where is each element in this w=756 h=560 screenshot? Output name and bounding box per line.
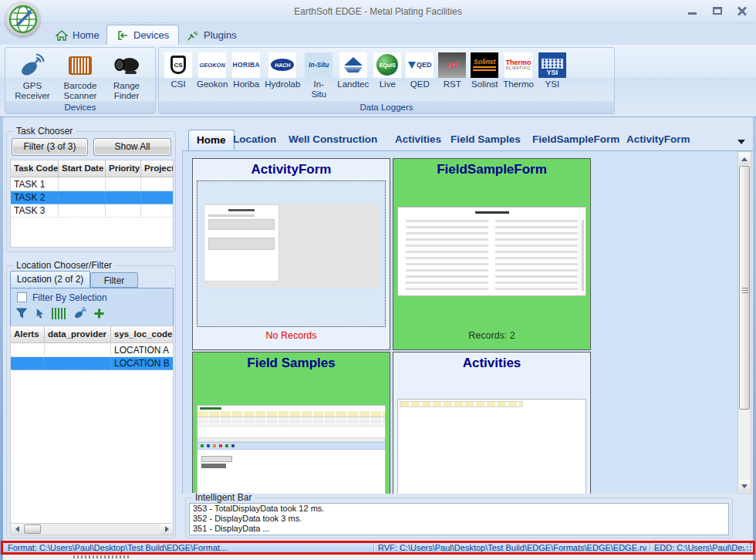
insitu-logo-icon: In-Situ: [305, 52, 332, 78]
task-row[interactable]: TASK 1: [11, 178, 173, 191]
ribbon-tab-label: Devices: [133, 29, 169, 41]
button-label: Horiba: [233, 79, 259, 89]
location-tab[interactable]: Location (2 of 2): [10, 271, 90, 288]
arrow-left-icon: [15, 526, 19, 532]
card-title: Field Samples: [193, 356, 390, 371]
content-vertical-scrollbar[interactable]: [737, 151, 751, 494]
tab-activityform[interactable]: ActivityForm: [619, 130, 698, 150]
geokon-logger-button[interactable]: GEOKON Geokon: [194, 49, 230, 103]
close-button[interactable]: [733, 4, 751, 18]
barcode-scanner-button[interactable]: Barcode Scanner: [56, 49, 104, 103]
maximize-icon: [713, 7, 722, 15]
app-window: EarthSoft EDGE - Metal Plating Facilitie…: [0, 0, 756, 560]
button-label: Range Finder: [109, 81, 144, 101]
column-header[interactable]: Priority: [106, 160, 141, 177]
task-row-selected[interactable]: TASK 2: [11, 191, 173, 204]
tab-well-construction[interactable]: Well Construction: [281, 130, 385, 150]
task-grid-header: Task Code Start Date Priority Project: [11, 160, 173, 177]
task-grid[interactable]: Task Code Start Date Priority Project TA…: [10, 160, 174, 248]
form-card-field-samples[interactable]: Field Samples: [192, 352, 390, 494]
landtec-logger-button[interactable]: Landtec: [335, 49, 371, 103]
live-logger-button[interactable]: EQuIS Live: [371, 49, 403, 103]
preview-region: [204, 204, 279, 282]
filter-by-selection-checkbox[interactable]: [17, 292, 27, 302]
arrow-down-icon: [741, 484, 748, 488]
groupbox-title: Intelligent Bar: [192, 493, 255, 503]
ysi-logger-button[interactable]: YSI YSI: [536, 49, 569, 103]
column-header[interactable]: sys_loc_code: [111, 326, 174, 343]
location-grid[interactable]: Alerts data_provider sys_loc_code x_co L…: [10, 326, 174, 524]
horiba-logo-icon: HORIBA: [232, 52, 260, 78]
filter-tab[interactable]: Filter: [90, 272, 138, 288]
resize-grip[interactable]: [744, 543, 752, 552]
scroll-right-button[interactable]: [160, 524, 173, 535]
scrollbar-thumb[interactable]: [24, 525, 41, 534]
arrow-right-icon: [165, 526, 169, 532]
button-label: GPS Receiver: [11, 81, 54, 101]
ribbon-tab-plugins[interactable]: Plugins: [177, 25, 246, 45]
ribbon-tab-devices[interactable]: Devices: [106, 25, 179, 45]
ribbon-tab-home[interactable]: Home: [46, 25, 109, 45]
tab-fieldsampleform[interactable]: FieldSampleForm: [525, 130, 627, 150]
column-header[interactable]: data_provider: [45, 326, 111, 343]
select-pointer-icon[interactable]: [34, 308, 46, 319]
gps-receiver-button[interactable]: GPS Receiver: [8, 49, 56, 103]
tab-activities[interactable]: Activities: [387, 130, 449, 150]
preview-region: [201, 456, 232, 462]
form-card-activityform[interactable]: ActivityForm No Records: [192, 158, 390, 350]
column-header[interactable]: Alerts: [11, 326, 45, 343]
add-plus-icon[interactable]: [93, 308, 105, 319]
intelligent-bar-log-list[interactable]: 353 - TotalDisplayData took 12 ms. 352 -…: [189, 503, 729, 535]
location-row-selected[interactable]: LOCATION B: [11, 357, 173, 370]
task-show-all-button[interactable]: Show All: [93, 138, 171, 156]
column-header[interactable]: Start Date: [59, 160, 106, 177]
card-title: FieldSampleForm: [393, 162, 590, 177]
range-finder-button[interactable]: Range Finder: [104, 49, 149, 103]
location-chooser-groupbox: Location Chooser/Filter Filter Location …: [6, 265, 176, 538]
button-label: Landtec: [337, 79, 369, 89]
ribbon-tab-strip: Home Devices Plugins: [0, 23, 756, 45]
qed-logger-button[interactable]: QED QED: [403, 49, 436, 103]
sys-loc-code-cell: LOCATION A: [111, 344, 174, 357]
horiba-logger-button[interactable]: HORIBA Horiba: [230, 49, 262, 103]
home-icon: [56, 29, 68, 42]
form-card-fieldsampleform[interactable]: FieldSampleForm Records: 2: [393, 158, 591, 350]
scrollbar-thumb[interactable]: [739, 166, 750, 410]
window-controls: [683, 4, 751, 18]
tab-overflow-dropdown-icon[interactable]: [737, 140, 745, 144]
hydrolab-logger-button[interactable]: HACH Hydrolab: [262, 49, 302, 103]
title-bar[interactable]: EarthSoft EDGE - Metal Plating Facilitie…: [0, 0, 756, 23]
minimize-button[interactable]: [683, 4, 702, 18]
location-row[interactable]: LOCATION A: [11, 344, 173, 357]
preview-region: [197, 411, 385, 417]
barcode-icon[interactable]: [52, 308, 67, 319]
scroll-down-button[interactable]: [739, 480, 750, 492]
gps-dish-icon[interactable]: [73, 307, 87, 319]
card-title: Activities: [393, 356, 590, 371]
insitu-logger-button[interactable]: In-Situ In-Situ: [302, 49, 335, 103]
csi-logger-button[interactable]: CS CSI: [162, 49, 194, 103]
scroll-left-button[interactable]: [11, 524, 23, 535]
ribbon-group-caption: Data Loggers: [159, 101, 614, 113]
scroll-up-button[interactable]: [739, 153, 750, 165]
task-filter-button[interactable]: Filter (3 of 3): [12, 138, 88, 156]
filter-funnel-icon[interactable]: [15, 307, 28, 319]
column-header[interactable]: Project: [141, 160, 174, 177]
rst-logger-button[interactable]: rst RST: [436, 49, 468, 103]
status-format-path: Format: C:\Users\Paul\Desktop\Test Build…: [8, 543, 369, 552]
tab-field-samples[interactable]: Field Samples: [443, 130, 528, 150]
column-header[interactable]: Task Code: [11, 160, 59, 177]
button-label: Hydrolab: [265, 79, 300, 89]
maximize-button[interactable]: [708, 4, 727, 18]
thermo-logger-button[interactable]: ThermoSCIENTIFIC Thermo: [501, 49, 536, 103]
solinst-logger-button[interactable]: Solinst Solinst: [468, 49, 501, 103]
form-card-activities[interactable]: Activities: [393, 352, 591, 494]
card-title: ActivityForm: [193, 162, 390, 177]
location-horizontal-scrollbar[interactable]: [10, 523, 174, 535]
application-orb-button[interactable]: [5, 2, 40, 36]
preview-region: [475, 211, 509, 214]
status-divider: [373, 543, 374, 552]
task-row[interactable]: TASK 3: [11, 204, 173, 218]
landtec-logo-icon: [339, 52, 367, 78]
tab-location[interactable]: Location: [225, 130, 284, 150]
